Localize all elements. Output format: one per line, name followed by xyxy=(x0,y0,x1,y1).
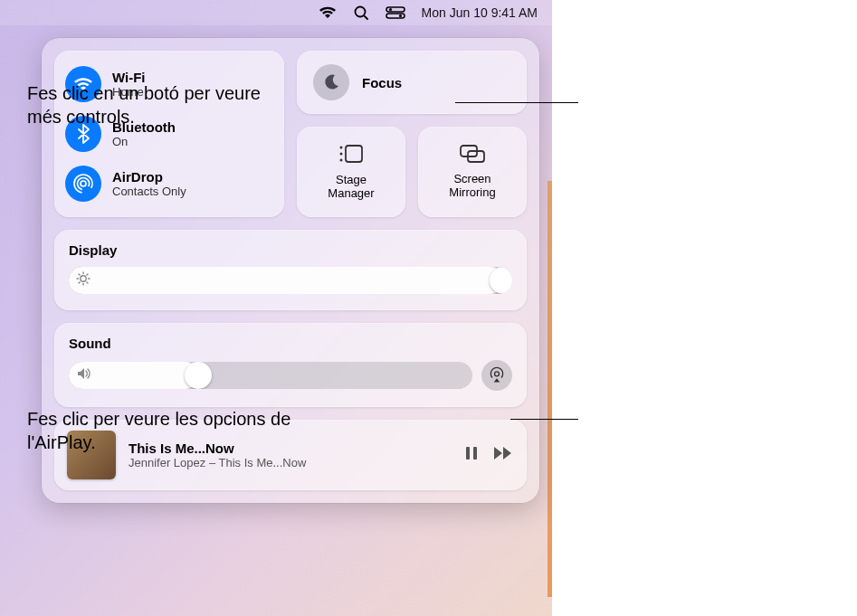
svg-line-1 xyxy=(364,15,367,19)
stage-manager-label: Stage Manager xyxy=(328,174,374,201)
menubar-datetime[interactable]: Mon Jun 10 9:41 AM xyxy=(422,5,538,20)
wifi-status-icon[interactable] xyxy=(319,6,337,19)
annotation-focus: Fes clic en un botó per veure més contro… xyxy=(27,81,299,128)
focus-title: Focus xyxy=(362,75,402,90)
next-track-button[interactable] xyxy=(492,445,514,465)
display-tile: Display xyxy=(54,230,527,310)
bluetooth-subtitle: On xyxy=(112,135,176,148)
control-center-icon[interactable] xyxy=(386,6,405,19)
sound-title: Sound xyxy=(69,336,512,351)
svg-point-5 xyxy=(398,14,401,17)
sound-volume-slider[interactable] xyxy=(69,362,472,389)
svg-point-10 xyxy=(340,153,343,156)
sound-icon xyxy=(76,366,92,384)
screen-mirroring-button[interactable]: Screen Mirroring xyxy=(418,127,527,217)
svg-line-21 xyxy=(87,282,88,283)
stage-manager-button[interactable]: Stage Manager xyxy=(297,127,405,217)
connectivity-tile: Wi-Fi Home Bluetooth On AirDrop xyxy=(54,51,284,217)
annotation-airplay: Fes clic per veure les opcions de l'AirP… xyxy=(27,407,299,454)
focus-button[interactable]: Focus xyxy=(297,51,527,114)
svg-line-23 xyxy=(87,274,88,275)
svg-rect-26 xyxy=(473,447,477,460)
track-subtitle: Jennifer Lopez – This Is Me...Now xyxy=(129,456,451,469)
callout-line xyxy=(510,419,578,420)
display-title: Display xyxy=(69,242,512,258)
screen-mirroring-icon xyxy=(459,144,486,167)
svg-rect-12 xyxy=(346,146,362,162)
screen-mirroring-label: Screen Mirroring xyxy=(449,173,495,200)
svg-line-20 xyxy=(79,274,80,275)
annotation-panel xyxy=(552,0,857,616)
svg-point-8 xyxy=(72,173,94,194)
svg-point-6 xyxy=(81,181,86,186)
sound-tile: Sound xyxy=(54,323,527,407)
svg-rect-25 xyxy=(466,447,470,460)
svg-line-22 xyxy=(79,282,80,283)
svg-point-11 xyxy=(340,159,343,162)
play-pause-button[interactable] xyxy=(463,445,480,465)
stage-manager-icon xyxy=(338,143,365,168)
svg-point-3 xyxy=(388,8,391,11)
airdrop-title: AirDrop xyxy=(112,169,186,185)
spotlight-icon[interactable] xyxy=(353,5,369,21)
svg-point-7 xyxy=(75,175,91,191)
svg-point-9 xyxy=(340,147,343,149)
callout-line xyxy=(455,102,578,103)
airplay-audio-button[interactable] xyxy=(481,360,512,391)
svg-point-24 xyxy=(495,372,500,376)
airplay-icon xyxy=(488,366,506,384)
airdrop-subtitle: Contacts Only xyxy=(112,185,186,198)
display-brightness-slider[interactable] xyxy=(69,267,512,294)
airdrop-icon xyxy=(65,166,101,202)
airdrop-toggle[interactable]: AirDrop Contacts Only xyxy=(65,162,273,205)
menubar: Mon Jun 10 9:41 AM xyxy=(0,0,552,25)
svg-point-15 xyxy=(81,276,86,281)
focus-moon-icon xyxy=(313,64,349,100)
brightness-icon xyxy=(76,271,90,289)
